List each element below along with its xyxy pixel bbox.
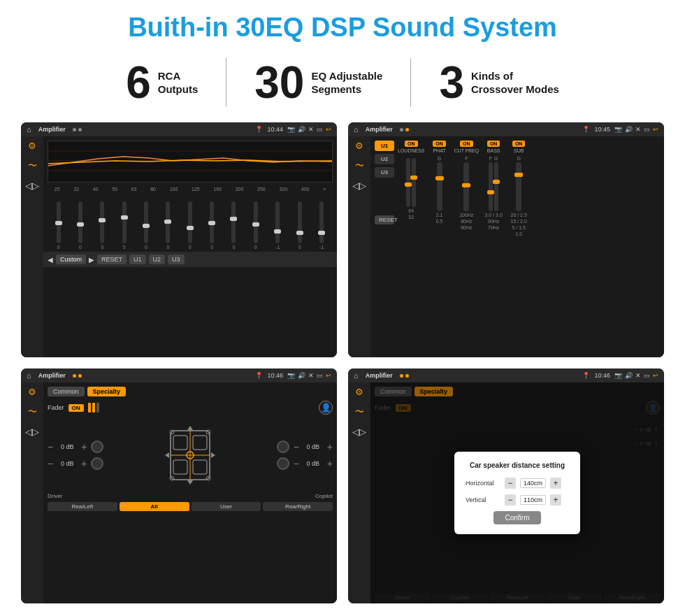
preset-u3[interactable]: U3	[375, 167, 394, 178]
loudness-value: 64	[408, 208, 414, 213]
plus-4[interactable]: +	[327, 458, 333, 469]
horizontal-plus[interactable]: +	[550, 478, 561, 489]
channel-bass: ON BASS FG	[483, 141, 504, 230]
sub-label: SUB	[514, 148, 524, 153]
sidebar-2: ⚙ 〜 ◁▷	[348, 136, 370, 357]
screen-amp: ⌂ Amplifier 📍 10:45 📷 🔊 ✕ ▭ ↩	[348, 122, 664, 357]
all-btn[interactable]: All	[120, 502, 189, 511]
plus-3[interactable]: +	[327, 441, 333, 452]
home-icon-3[interactable]: ⌂	[27, 371, 31, 380]
speaker-icon-1[interactable]: ◁▷	[25, 180, 39, 191]
dial-2[interactable]	[91, 457, 103, 470]
volume-icon-3: 🔊	[298, 372, 305, 379]
time-4: 10:46	[594, 372, 610, 379]
minus-4[interactable]: −	[294, 458, 299, 469]
speaker-icon-2[interactable]: ◁▷	[352, 180, 366, 191]
eq-icon-4[interactable]: ⚙	[355, 387, 363, 397]
screen3-body: ⚙ 〜 ◁▷ Common Specialty Fader ON	[21, 382, 337, 603]
reset-btn-1[interactable]: RESET	[97, 255, 127, 264]
home-icon-2[interactable]: ⌂	[354, 125, 359, 134]
prev-btn[interactable]: ◀	[48, 256, 53, 264]
back-icon-1[interactable]: ↩	[326, 126, 331, 133]
location-icon-4: 📍	[582, 372, 590, 379]
dial-3[interactable]	[277, 440, 289, 453]
next-btn[interactable]: ▶	[89, 256, 94, 264]
u3-btn-1[interactable]: U3	[168, 255, 185, 264]
slider-6: 0	[188, 201, 192, 250]
preset-u1[interactable]: U1	[375, 141, 394, 151]
minus-3[interactable]: −	[294, 441, 299, 452]
db-row-1: − 0 dB +	[48, 440, 103, 453]
dial-1[interactable]	[91, 440, 103, 453]
minus-1[interactable]: −	[48, 441, 53, 452]
plus-2[interactable]: +	[81, 458, 87, 469]
svg-rect-7	[193, 460, 207, 474]
back-icon-2[interactable]: ↩	[653, 126, 658, 133]
wave-icon-2[interactable]: 〜	[355, 159, 364, 172]
loudness-toggle[interactable]: ON	[405, 141, 418, 147]
speaker-icon-4[interactable]: ◁▷	[352, 427, 366, 437]
dial-4[interactable]	[277, 457, 289, 470]
stat-label-eq: EQ Adjustable Segments	[311, 69, 382, 96]
tab-specialty[interactable]: Specialty	[87, 387, 127, 396]
phat-toggle[interactable]: ON	[433, 141, 446, 147]
fader-toggle[interactable]: ON	[68, 404, 84, 412]
status-bar-2: ⌂ Amplifier 📍 10:45 📷 🔊 ✕ ▭ ↩	[348, 122, 664, 136]
plus-1[interactable]: +	[81, 441, 87, 452]
sub-value3: 5 / 1.5	[512, 225, 525, 230]
user-btn[interactable]: User	[192, 502, 261, 511]
minus-2[interactable]: −	[48, 458, 53, 469]
reset-btn-2[interactable]: RESET	[375, 215, 394, 224]
u2-btn-1[interactable]: U2	[149, 255, 166, 264]
eq-icon-3[interactable]: ⚙	[28, 387, 36, 397]
speaker-icon-3[interactable]: ◁▷	[25, 427, 39, 437]
bass-toggle[interactable]: ON	[487, 141, 500, 147]
vertical-plus[interactable]: +	[550, 494, 561, 506]
wifi-icon-3: ✕	[308, 372, 314, 379]
eq-bottom-bar: ◀ Custom ▶ RESET U1 U2 U3	[43, 252, 337, 267]
dot4	[405, 128, 409, 131]
screen1-body: ⚙ 〜 ◁▷	[21, 136, 337, 357]
db-val-2: 0 dB	[57, 460, 77, 467]
status-icons-3: 📷 🔊 ✕ ▭ ↩	[287, 372, 331, 379]
fader-tabs: Common Specialty	[48, 387, 333, 396]
home-icon-1[interactable]: ⌂	[27, 125, 31, 134]
eq-icon-1[interactable]: ⚙	[28, 141, 36, 151]
back-icon-3[interactable]: ↩	[326, 372, 331, 379]
bass-value2: 90Hz	[488, 219, 499, 224]
cutfreq-toggle[interactable]: ON	[460, 141, 473, 147]
preset-custom[interactable]: Custom	[56, 255, 86, 264]
screen1-title: Amplifier	[38, 126, 66, 133]
amp-presets: U1 U2 U3 RESET	[375, 141, 394, 353]
svg-marker-17	[165, 452, 169, 458]
channel-loudness: ON LOUDNESS 64	[398, 141, 425, 220]
wifi-icon-4: ✕	[635, 372, 641, 379]
screen4-body: ⚙ 〜 ◁▷ Common Specialty Fader ON 👤	[348, 382, 664, 603]
back-icon-4[interactable]: ↩	[653, 372, 658, 379]
home-icon-4[interactable]: ⌂	[354, 371, 359, 380]
wave-icon-1[interactable]: 〜	[28, 159, 37, 172]
eq-icon-2[interactable]: ⚙	[355, 141, 363, 151]
fader-lines	[88, 403, 99, 413]
sub-toggle[interactable]: ON	[512, 141, 526, 147]
u1-btn-1[interactable]: U1	[129, 255, 146, 264]
stat-label-rca: RCA Outputs	[158, 69, 199, 96]
horizontal-minus[interactable]: −	[505, 478, 516, 489]
confirm-button[interactable]: Confirm	[493, 511, 540, 524]
car-diagram	[162, 420, 218, 490]
vertical-value: 110cm	[520, 495, 546, 505]
rearright-btn[interactable]: RearRight	[263, 502, 333, 511]
preset-u2[interactable]: U2	[375, 154, 394, 164]
location-icon-1: 📍	[255, 126, 263, 133]
rearleft-btn[interactable]: RearLeft	[48, 502, 117, 511]
sub-value4: 1.0	[515, 231, 522, 236]
vertical-minus[interactable]: −	[505, 494, 516, 506]
channel-phat: ON PHAT G 2.1 0.5	[429, 141, 450, 224]
wave-icon-3[interactable]: 〜	[28, 406, 37, 418]
tab-common[interactable]: Common	[48, 387, 85, 396]
slider-10: -1	[275, 201, 280, 250]
wave-icon-4[interactable]: 〜	[355, 406, 364, 418]
screen-eq: ⌂ Amplifier 📍 10:44 📷 🔊 ✕ ▭ ↩	[21, 122, 337, 357]
sub-value2: 15 / 2.0	[510, 219, 526, 224]
stats-row: 6 RCA Outputs 30 EQ Adjustable Segments …	[21, 58, 664, 107]
